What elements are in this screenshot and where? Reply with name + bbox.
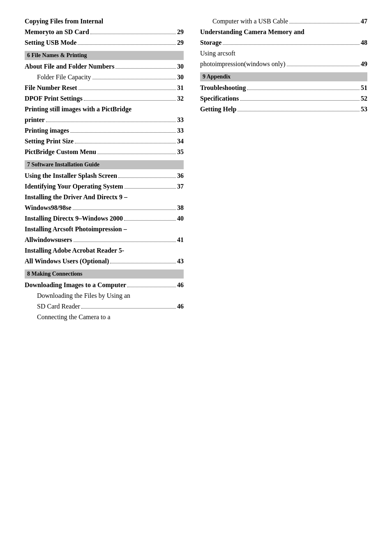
- entry-text: About File and Folder Numbers: [25, 62, 114, 71]
- page-number: 31: [177, 83, 184, 93]
- entry-text: Setting Print Size: [25, 136, 74, 146]
- entry-text: Troubleshooting: [200, 83, 246, 93]
- page-number: 30: [177, 72, 184, 82]
- page-number: 33: [177, 115, 184, 125]
- toc-entry: Connecting the Camera to a: [25, 312, 184, 322]
- entry-text: Installing the Driver And Directx 9 –: [25, 193, 127, 200]
- dots-line: [118, 177, 176, 178]
- dots-line: [78, 44, 176, 45]
- page-number: 34: [177, 136, 184, 146]
- entry-text: Understanding Camera Memory and: [200, 28, 304, 35]
- entry-text: Installing Directx 9–Windows 2000: [25, 214, 123, 223]
- toc-entry: Allwindowsusers 41: [25, 235, 184, 245]
- toc-entry: Setting Print Size 34: [25, 136, 184, 146]
- entry-text: Identifying Your Operating System: [25, 182, 123, 191]
- page-number: 36: [177, 171, 184, 181]
- toc-entry: Printing images 33: [25, 126, 184, 136]
- entry-text: PictBridge Custom Menu: [25, 147, 96, 157]
- dots-line: [125, 188, 176, 189]
- section-header: 7 Software Installation Guide: [25, 160, 184, 169]
- toc-entry: Folder File Capacity 30: [25, 72, 184, 82]
- dots-line: [289, 23, 360, 23]
- dots-line: [124, 220, 176, 221]
- page-number: 43: [177, 256, 184, 266]
- entry-text: Connecting the Camera to a: [37, 313, 111, 320]
- dots-line: [127, 287, 176, 287]
- entry-text: Downloading the Files by Using an: [37, 292, 130, 299]
- toc-entry: Using arcsoft: [200, 48, 367, 58]
- toc-entry: Windows98/98se 38: [25, 203, 184, 213]
- section-header: 8 Making Connections: [25, 269, 184, 279]
- page-number: 46: [177, 302, 184, 311]
- dots-line: [75, 143, 176, 143]
- dots-line: [74, 242, 176, 242]
- toc-container: Copying Files from Internal Memoryto an …: [25, 16, 367, 323]
- dots-line: [247, 90, 360, 90]
- toc-entry: Installing Directx 9–Windows 2000 40: [25, 214, 184, 223]
- toc-entry: Using the Installer Splash Screen 36: [25, 171, 184, 181]
- page-number: 46: [177, 280, 184, 290]
- entry-text: All Windows Users (Optional): [25, 256, 109, 266]
- right-column: Computer with a USB Cable 47 Understandi…: [196, 16, 367, 323]
- dots-line: [223, 44, 360, 45]
- page-number: 40: [177, 214, 184, 223]
- toc-entry: Identifying Your Operating System 37: [25, 182, 184, 191]
- toc-entry: Downloading the Files by Using an: [25, 291, 184, 301]
- toc-entry: Downloading Images to a Computer 46: [25, 280, 184, 290]
- dots-line: [46, 122, 176, 122]
- page-number: 52: [361, 94, 367, 104]
- toc-entry: About File and Folder Numbers 30: [25, 62, 184, 71]
- entry-text: printer: [25, 115, 45, 125]
- entry-text: Copying Files from Internal: [25, 18, 103, 25]
- page-number: 49: [361, 59, 367, 69]
- page-number: 35: [177, 147, 184, 157]
- entry-text: Specifications: [200, 94, 239, 104]
- dots-line: [110, 263, 176, 263]
- section-header: 9 Appendix: [200, 72, 367, 81]
- dots-line: [287, 66, 360, 66]
- entry-text: Setting USB Mode: [25, 38, 76, 48]
- entry-text: photoimpression(windows only): [200, 59, 286, 69]
- dots-line: [92, 79, 176, 79]
- entry-text: Printing images: [25, 126, 69, 136]
- entry-text: SD Card Reader: [37, 302, 80, 311]
- entry-text: Installing Arcsoft Photoimpression –: [25, 226, 127, 233]
- toc-entry: All Windows Users (Optional) 43: [25, 256, 184, 266]
- page-number: 37: [177, 182, 184, 191]
- toc-entry: photoimpression(windows only) 49: [200, 59, 367, 69]
- entry-text: DPOF Print Settings: [25, 94, 83, 104]
- entry-text: Storage: [200, 38, 221, 48]
- entry-text: File Number Reset: [25, 83, 77, 93]
- toc-entry: File Number Reset 31: [25, 83, 184, 93]
- toc-entry: Installing the Driver And Directx 9 –: [25, 192, 184, 202]
- toc-entry: Setting USB Mode 29: [25, 38, 184, 48]
- toc-entry: DPOF Print Settings 32: [25, 94, 184, 104]
- dots-line: [238, 111, 360, 111]
- toc-entry: Getting Help 53: [200, 104, 367, 114]
- page-number: 32: [177, 94, 184, 104]
- page-number: 29: [177, 27, 184, 37]
- toc-entry: Specifications 52: [200, 94, 367, 104]
- entry-text: Printing still images with a PictBridge: [25, 106, 131, 113]
- dots-line: [97, 154, 176, 154]
- page-number: 30: [177, 62, 184, 71]
- entry-text: Windows98/98se: [25, 203, 71, 213]
- left-column: Copying Files from Internal Memoryto an …: [25, 16, 196, 323]
- toc-entry: Installing Adobe Acrobat Reader 5-: [25, 246, 184, 256]
- entry-text: Memoryto an SD Card: [25, 27, 89, 37]
- dots-line: [78, 90, 176, 90]
- page-number: 53: [361, 104, 367, 114]
- entry-text: Using arcsoft: [200, 50, 235, 57]
- dots-line: [115, 68, 176, 69]
- page-number: 48: [361, 38, 367, 48]
- entry-text: Allwindowsusers: [25, 235, 72, 245]
- entry-text: Installing Adobe Acrobat Reader 5-: [25, 247, 124, 254]
- toc-entry: PictBridge Custom Menu 35: [25, 147, 184, 157]
- entry-text: Computer with a USB Cable: [212, 16, 288, 26]
- dots-line: [84, 100, 176, 101]
- entry-text: Getting Help: [200, 104, 236, 114]
- toc-entry: SD Card Reader 46: [25, 302, 184, 311]
- toc-entry: Printing still images with a PictBridge: [25, 104, 184, 114]
- dots-line: [81, 308, 176, 309]
- section-header: 6 File Names & Printing: [25, 51, 184, 60]
